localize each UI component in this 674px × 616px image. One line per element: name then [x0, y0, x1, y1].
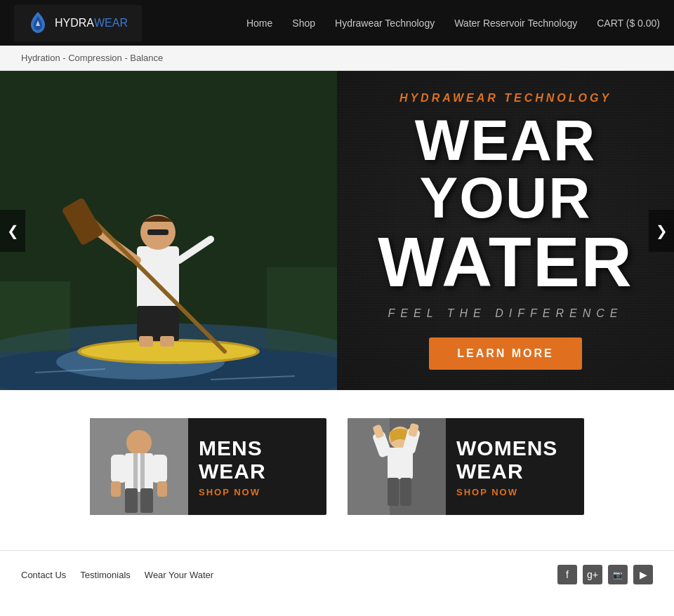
nav-home[interactable]: Home: [246, 18, 272, 29]
youtube-icon[interactable]: ▶: [633, 565, 653, 584]
nav-cart[interactable]: CART ($ 0.00): [597, 18, 660, 29]
svg-rect-7: [137, 306, 179, 341]
svg-rect-22: [125, 453, 153, 492]
logo-hydra-text: HYDRA: [55, 17, 94, 29]
svg-rect-30: [157, 481, 167, 497]
womens-card-title: WOMENS WEAR: [456, 436, 557, 483]
mens-card-image: [90, 418, 188, 515]
svg-rect-19: [267, 267, 337, 351]
svg-rect-25: [125, 488, 138, 513]
womens-card-text: WOMENS WEAR SHOP NOW: [446, 429, 584, 504]
footer-links: Contact Us Testimonials Wear Your Water: [21, 570, 213, 580]
svg-rect-35: [388, 478, 399, 506]
mens-shop-now-label[interactable]: SHOP NOW: [199, 487, 260, 497]
hero-cta-button[interactable]: LEARN MORE: [429, 337, 582, 370]
womens-person-illustration: [348, 418, 446, 515]
svg-rect-29: [111, 481, 121, 497]
site-footer: Contact Us Testimonials Wear Your Water …: [0, 550, 674, 598]
nav-shop[interactable]: Shop: [292, 18, 315, 29]
slider-next-button[interactable]: ❯: [649, 210, 674, 252]
slider-prev-button[interactable]: ❮: [0, 210, 25, 252]
logo-icon: [28, 11, 48, 36]
hero-tagline: FEEL THE DIFFERENCE: [351, 307, 660, 320]
googleplus-icon[interactable]: g+: [583, 565, 602, 584]
footer-testimonials-link[interactable]: Testimonials: [80, 570, 131, 580]
hero-title-line2: WATER: [351, 227, 660, 297]
svg-rect-27: [111, 455, 126, 483]
womens-wear-card[interactable]: WOMENS WEAR SHOP NOW: [348, 418, 584, 515]
instagram-icon[interactable]: 📷: [608, 565, 628, 584]
hero-title-line1: WEAR YOUR: [351, 112, 660, 227]
svg-rect-26: [140, 488, 153, 513]
site-header: HYDRAWEAR Home Shop Hydrawear Technology…: [0, 0, 674, 46]
mens-card-title: MENS WEAR: [199, 436, 266, 483]
svg-rect-9: [147, 229, 168, 235]
womens-shop-now-label[interactable]: SHOP NOW: [456, 487, 518, 497]
nav-water-reservoir-tech[interactable]: Water Reservoir Technology: [454, 18, 577, 29]
mens-person-illustration: [90, 418, 188, 515]
svg-rect-23: [133, 453, 138, 492]
hero-slider: ❮: [0, 71, 674, 390]
facebook-icon[interactable]: f: [557, 565, 577, 584]
svg-rect-14: [139, 336, 153, 347]
hero-text-panel: HYDRAWEAR TECHNOLOGY WEAR YOUR WATER FEE…: [337, 71, 674, 390]
footer-wear-your-water-link[interactable]: Wear Your Water: [145, 570, 213, 580]
svg-rect-18: [0, 281, 70, 351]
hero-subtitle: HYDRAWEAR TECHNOLOGY: [351, 92, 660, 105]
breadcrumb: Hydration - Compression - Balance: [0, 46, 674, 71]
hero-content: HYDRAWEAR TECHNOLOGY WEAR YOUR WATER FEE…: [337, 78, 674, 384]
nav-hydrawear-tech[interactable]: Hydrawear Technology: [335, 18, 435, 29]
svg-rect-36: [400, 478, 411, 506]
camera-icon: 📷: [613, 570, 623, 580]
main-nav: Home Shop Hydrawear Technology Water Res…: [246, 18, 660, 29]
svg-rect-28: [152, 455, 167, 483]
svg-rect-15: [160, 336, 174, 347]
logo[interactable]: HYDRAWEAR: [14, 5, 142, 41]
svg-rect-24: [140, 453, 145, 492]
products-section: MENS WEAR SHOP NOW: [0, 390, 674, 543]
mens-wear-card[interactable]: MENS WEAR SHOP NOW: [90, 418, 326, 515]
logo-wear-text: WEAR: [94, 17, 128, 29]
mens-card-text: MENS WEAR SHOP NOW: [188, 429, 326, 504]
footer-social-icons: f g+ 📷 ▶: [557, 565, 653, 584]
footer-contact-link[interactable]: Contact Us: [21, 570, 66, 580]
svg-point-21: [126, 430, 152, 455]
hero-person-illustration: [0, 71, 337, 390]
womens-card-image: [348, 418, 446, 515]
hero-image-panel: [0, 71, 337, 390]
